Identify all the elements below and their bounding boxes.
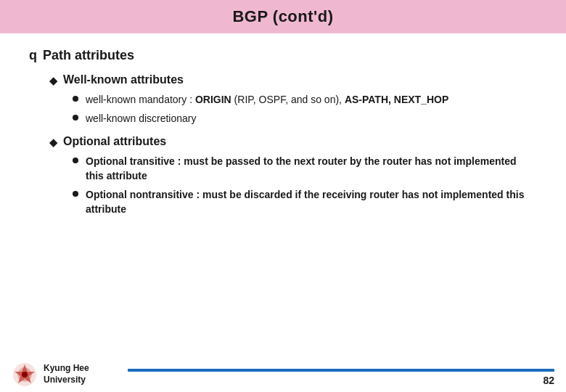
- slide-title: BGP (cont'd): [0, 0, 566, 33]
- diamond-icon-1: ◆: [49, 75, 57, 86]
- sub-title-optional-text: Optional attributes: [63, 135, 166, 148]
- subsection-optional: ◆ Optional attributes Optional transitiv…: [49, 135, 537, 217]
- sub-title-well-known-text: Well-known attributes: [63, 73, 184, 86]
- svg-point-2: [22, 372, 28, 377]
- footer-line-area: 82: [128, 369, 554, 388]
- bullet-dot-icon: [73, 158, 78, 163]
- bullet-text: Optional nontransitive : must be discard…: [86, 187, 537, 217]
- footer-blue-line: [128, 369, 554, 372]
- slide-content: q Path attributes ◆ Well-known attribute…: [0, 33, 566, 392]
- bullet-dot-icon: [73, 96, 78, 102]
- slide: BGP (cont'd) q Path attributes ◆ Well-kn…: [0, 0, 566, 392]
- subsection-well-known: ◆ Well-known attributes well-known manda…: [49, 73, 537, 126]
- bullet-dot-icon: [73, 115, 78, 121]
- slide-footer: Kyung Hee University 82: [0, 356, 566, 392]
- list-item: well-known discretionary: [73, 111, 537, 126]
- university-logo-icon: [12, 362, 38, 388]
- university-name: Kyung Hee University: [44, 363, 89, 385]
- section-title-text: Path attributes: [43, 48, 134, 63]
- sub-title-optional: ◆ Optional attributes: [49, 135, 537, 148]
- bullet-text: well-known mandatory : ORIGIN (RIP, OSPF…: [86, 92, 448, 107]
- section-title: q Path attributes: [29, 48, 537, 63]
- list-item: well-known mandatory : ORIGIN (RIP, OSPF…: [73, 92, 537, 107]
- logo-area: Kyung Hee University: [12, 362, 128, 388]
- bullet-text: well-known discretionary: [86, 111, 197, 126]
- page-number: 82: [543, 375, 554, 386]
- diamond-icon-2: ◆: [49, 136, 57, 148]
- sub-title-well-known: ◆ Well-known attributes: [49, 73, 537, 86]
- bullet-text: Optional transitive : must be passed to …: [86, 154, 537, 184]
- list-item: Optional nontransitive : must be discard…: [73, 187, 537, 217]
- section-bullet: q: [29, 48, 37, 63]
- optional-bullets: Optional transitive : must be passed to …: [73, 154, 537, 217]
- list-item: Optional transitive : must be passed to …: [73, 154, 537, 184]
- bullet-dot-icon: [73, 191, 78, 197]
- well-known-bullets: well-known mandatory : ORIGIN (RIP, OSPF…: [73, 92, 537, 126]
